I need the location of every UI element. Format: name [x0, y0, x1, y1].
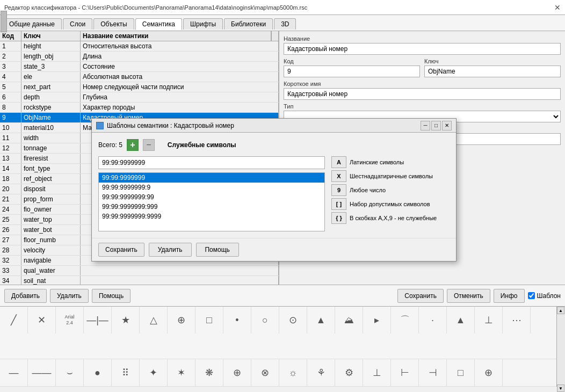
symbol-cell[interactable]: ⌣ [56, 359, 84, 386]
symbol-cell[interactable]: ⚘ [307, 359, 335, 386]
list-item[interactable]: 99:99:9999999 [99, 173, 324, 183]
name-input[interactable] [284, 43, 561, 55]
tab-layers[interactable]: Слои [63, 18, 92, 30]
modal-minimize-button[interactable]: ─ [421, 121, 430, 130]
service-key-button[interactable]: { } [331, 212, 346, 224]
service-key-button[interactable]: 9 [331, 184, 346, 196]
modal-close-button[interactable]: ✕ [442, 121, 452, 130]
template-checkbox[interactable] [528, 292, 535, 299]
symbol-cell[interactable]: ╱ [0, 307, 28, 333]
symbol-cell[interactable]: — [0, 359, 28, 386]
service-key-button[interactable]: X [331, 170, 346, 182]
table-row[interactable]: 6 depth Глубина [0, 92, 279, 103]
symbol-cell[interactable]: Arial2.4 [56, 307, 84, 333]
symbol-cell[interactable]: • [223, 307, 251, 333]
symbol-cell[interactable]: ▲ [447, 307, 475, 333]
modal-help-button[interactable]: Помощь [196, 243, 239, 257]
scroll-down-arrow[interactable]: ▼ [557, 384, 564, 387]
modal-delete-button[interactable]: Удалить [149, 243, 192, 257]
modal-maximize-button[interactable]: □ [431, 121, 441, 130]
window-close-button[interactable]: ✕ [554, 3, 561, 12]
symbol-cell[interactable]: ⊥ [363, 359, 391, 386]
list-item[interactable]: 99:99:9999999:9999 [99, 212, 324, 221]
cell-key: soil_nat [21, 276, 81, 285]
symbol-cell[interactable]: —— [28, 359, 56, 386]
symbol-cell[interactable]: ⛰ [335, 307, 363, 333]
symbol-cell[interactable]: □ [195, 307, 223, 333]
table-row[interactable]: 1 height Относительная высота [0, 41, 279, 52]
scroll-up-arrow[interactable]: ▲ [557, 307, 564, 314]
template-input[interactable] [98, 156, 325, 169]
save-button[interactable]: Сохранить [397, 289, 444, 303]
symbol-cell[interactable]: ⊕ [475, 359, 503, 386]
tab-general-data[interactable]: Общие данные [2, 18, 62, 30]
col-header-key: Ключ [21, 31, 81, 41]
symbol-cell[interactable]: ⠿ [112, 359, 140, 386]
remove-template-button[interactable]: − [143, 139, 155, 151]
list-item[interactable]: 99:99:9999999:9 [99, 183, 324, 192]
symbol-cell[interactable]: ⊢ [391, 359, 419, 386]
symbol-cell[interactable]: △ [140, 307, 168, 333]
template-list[interactable]: 99:99:9999999 99:99:9999999:9 99:99:9999… [98, 172, 325, 231]
cell-name: Абсолютная высота [81, 72, 279, 82]
symbol-cell[interactable]: —|— [84, 307, 112, 333]
symbol-cell[interactable]: ● [84, 359, 112, 386]
key-input[interactable] [424, 66, 561, 77]
tab-objects[interactable]: Объекты [93, 18, 134, 30]
cancel-button[interactable]: Отменить [447, 289, 490, 303]
service-btn-group: { } В скобках А,Х,9 - не служебные [331, 212, 450, 224]
help-button[interactable]: Помощь [92, 289, 131, 303]
service-key-button[interactable]: A [331, 156, 346, 168]
symbol-cell[interactable]: ▲ [307, 307, 335, 333]
list-item[interactable]: 99:99:9999999:99 [99, 192, 324, 202]
table-row[interactable]: 8 rockstype Характер породы [0, 103, 279, 113]
symbol-cell[interactable]: ☼ [279, 359, 307, 386]
symbol-cell[interactable]: ⊕ [168, 307, 195, 333]
tab-3d[interactable]: 3D [274, 18, 296, 30]
key-label: Ключ [424, 58, 561, 64]
symbol-cell[interactable]: ⊙ [279, 307, 307, 333]
symbol-cell[interactable]: ⋯ [503, 307, 531, 333]
cell-key: height [21, 41, 81, 51]
symbol-cell[interactable]: ⊗ [251, 359, 279, 386]
add-template-button[interactable]: + [127, 139, 139, 151]
symbol-cell[interactable]: · [419, 307, 447, 333]
table-row[interactable]: 33 qual_water [0, 266, 279, 276]
add-button[interactable]: Добавить [4, 289, 47, 303]
cell-code: 24 [0, 205, 21, 214]
symbol-cell[interactable]: ✦ [140, 359, 168, 386]
delete-button[interactable]: Удалить [50, 289, 89, 303]
tab-libraries[interactable]: Библиотеки [224, 18, 273, 30]
symbol-cell[interactable]: ⊕ [223, 359, 251, 386]
table-row[interactable]: 34 soil_nat [0, 276, 279, 285]
scrollbar-right[interactable]: ▲ ▼ [556, 307, 565, 359]
modal-save-button[interactable]: Сохранить [98, 243, 144, 257]
modal-top-row: Всего: 5 + − Служебные символы [98, 139, 450, 151]
cell-key: water_top [21, 215, 81, 224]
title-bar: Редактор классификатора - C:\Users\Publi… [0, 0, 565, 15]
symbol-cell[interactable]: ⊣ [419, 359, 447, 386]
modal-left-col: 99:99:9999999 99:99:9999999:9 99:99:9999… [98, 156, 325, 231]
short-name-input[interactable] [284, 88, 561, 100]
symbol-cell[interactable]: ○ [251, 307, 279, 333]
symbol-cell[interactable]: ⊥ [475, 307, 503, 333]
table-row[interactable]: 5 next_part Номер следующей части подпис… [0, 82, 279, 92]
code-input[interactable] [284, 66, 420, 77]
symbol-cell[interactable]: ▸ [363, 307, 391, 333]
list-item[interactable]: 99:99:9999999:999 [99, 202, 324, 212]
symbol-cell[interactable]: ❋ [195, 359, 223, 386]
table-row[interactable]: 4 ele Абсолютная высота [0, 72, 279, 82]
symbol-cell[interactable]: ★ [112, 307, 140, 333]
info-button[interactable]: Инфо [494, 289, 525, 303]
tab-fonts[interactable]: Шрифты [183, 18, 223, 30]
symbol-cell[interactable]: □ [447, 359, 475, 386]
symbol-cell[interactable]: ⌒ [391, 307, 419, 333]
cell-code: 4 [0, 72, 21, 82]
table-row[interactable]: 2 length_obj Длина [0, 52, 279, 62]
tab-semantics[interactable]: Семантика [135, 18, 182, 30]
symbol-cell[interactable]: ⚙ [335, 359, 363, 386]
symbol-cell[interactable]: ✶ [168, 359, 195, 386]
service-key-button[interactable]: [ ] [331, 198, 346, 210]
symbol-cell[interactable]: ✕ [28, 307, 56, 333]
table-row[interactable]: 3 state_3 Состояние [0, 62, 279, 72]
